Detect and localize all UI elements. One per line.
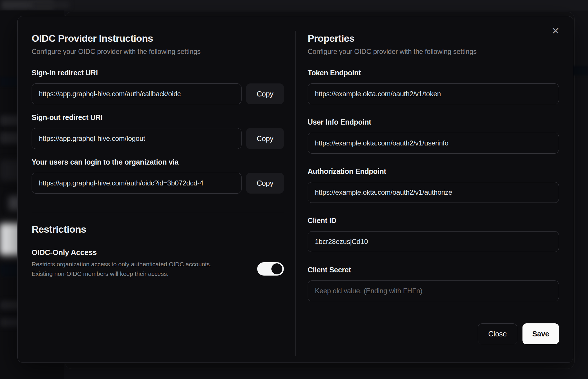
client-secret-field: Client Secret bbox=[308, 265, 559, 301]
client-secret-label: Client Secret bbox=[308, 265, 559, 274]
client-id-input[interactable] bbox=[308, 231, 559, 252]
sign-out-redirect-field: Sign-out redirect URI Copy bbox=[32, 113, 284, 149]
client-id-field: Client ID bbox=[308, 216, 559, 252]
sign-in-redirect-label: Sign-in redirect URI bbox=[32, 68, 284, 77]
authorization-endpoint-label: Authorization Endpoint bbox=[308, 167, 559, 176]
close-button[interactable]: Close bbox=[478, 323, 517, 344]
token-endpoint-label: Token Endpoint bbox=[308, 68, 559, 77]
oidc-settings-modal: ✕ OIDC Provider Instructions Configure y… bbox=[17, 16, 573, 363]
client-secret-input[interactable] bbox=[308, 280, 559, 301]
login-url-input[interactable] bbox=[32, 173, 242, 194]
oidc-only-access-description: Restricts organization access to only au… bbox=[32, 259, 223, 278]
right-panel-title: Properties bbox=[308, 32, 559, 44]
column-divider bbox=[295, 31, 296, 356]
client-id-label: Client ID bbox=[308, 216, 559, 225]
sign-out-redirect-uri-input[interactable] bbox=[32, 128, 242, 149]
copy-login-url-button[interactable]: Copy bbox=[246, 173, 284, 194]
navbar-item-blur bbox=[32, 2, 70, 8]
save-button[interactable]: Save bbox=[522, 323, 559, 344]
copy-sign-in-button[interactable]: Copy bbox=[246, 83, 284, 104]
user-info-endpoint-label: User Info Endpoint bbox=[308, 118, 559, 126]
sign-out-redirect-label: Sign-out redirect URI bbox=[32, 113, 284, 122]
left-panel-subtitle: Configure your OIDC provider with the fo… bbox=[32, 47, 284, 56]
user-info-endpoint-input[interactable] bbox=[308, 133, 559, 154]
authorization-endpoint-field: Authorization Endpoint bbox=[308, 167, 559, 203]
section-divider bbox=[32, 213, 284, 213]
sign-in-redirect-field: Sign-in redirect URI Copy bbox=[32, 68, 284, 104]
copy-sign-out-button[interactable]: Copy bbox=[246, 128, 284, 149]
oidc-only-access-toggle[interactable] bbox=[257, 262, 284, 276]
restrictions-title: Restrictions bbox=[32, 223, 284, 235]
right-panel-subtitle: Configure your OIDC provider with the fo… bbox=[308, 47, 559, 56]
toggle-thumb bbox=[271, 263, 282, 274]
user-info-endpoint-field: User Info Endpoint bbox=[308, 118, 559, 154]
login-url-label: Your users can login to the organization… bbox=[32, 158, 284, 166]
oidc-only-access-label: OIDC-Only Access bbox=[32, 248, 223, 257]
sign-in-redirect-uri-input[interactable] bbox=[32, 83, 242, 104]
token-endpoint-input[interactable] bbox=[308, 83, 559, 104]
top-navbar bbox=[0, 0, 588, 10]
left-panel-title: OIDC Provider Instructions bbox=[32, 32, 284, 44]
login-url-field: Your users can login to the organization… bbox=[32, 158, 284, 194]
oidc-only-access-row: OIDC-Only Access Restricts organization … bbox=[32, 248, 284, 278]
modal-actions: Close Save bbox=[308, 323, 559, 344]
properties-panel: Properties Configure your OIDC provider … bbox=[308, 16, 559, 344]
oidc-instructions-panel: OIDC Provider Instructions Configure you… bbox=[32, 16, 284, 278]
authorization-endpoint-input[interactable] bbox=[308, 182, 559, 203]
token-endpoint-field: Token Endpoint bbox=[308, 68, 559, 104]
